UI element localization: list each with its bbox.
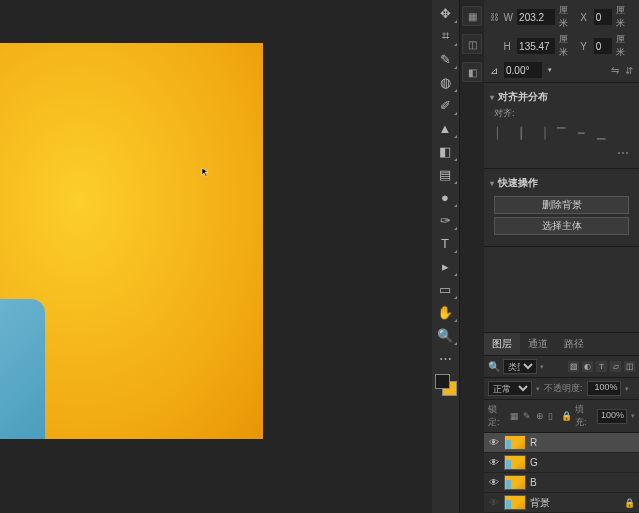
align-label: 对齐:: [490, 107, 633, 120]
collapsed-panel-dock: ▦ ◫ ◧: [460, 0, 484, 513]
pen-tool[interactable]: ✑: [432, 209, 458, 231]
align-section: ▾ 对齐并分布 对齐: ▏ ┃ ▕ ▔ ━ ▁ ⋯: [484, 83, 639, 169]
opacity-label: 不透明度:: [544, 382, 583, 395]
visibility-toggle-icon[interactable]: 👁: [488, 497, 500, 508]
select-subject-button[interactable]: 选择主体: [494, 217, 630, 235]
remove-background-button[interactable]: 删除背景: [494, 196, 630, 214]
gradient-tool[interactable]: ▤: [432, 163, 458, 185]
x-input[interactable]: [594, 9, 612, 25]
blur-tool[interactable]: ●: [432, 186, 458, 208]
path-selection-tool[interactable]: ▸: [432, 255, 458, 277]
chevron-down-icon[interactable]: ▾: [548, 66, 552, 74]
layer-name[interactable]: 背景: [530, 496, 620, 510]
photo-subject: [0, 159, 50, 439]
tab-layers[interactable]: 图层: [484, 333, 520, 355]
zoom-tool[interactable]: 🔍: [432, 324, 458, 346]
panel-icon[interactable]: ◫: [462, 34, 482, 54]
panel-icon[interactable]: ◧: [462, 62, 482, 82]
align-top-icon[interactable]: ▔: [554, 126, 568, 140]
filter-shape-icon[interactable]: ▱: [610, 361, 621, 372]
y-input[interactable]: [594, 38, 612, 54]
layer-thumbnail[interactable]: [504, 475, 526, 490]
chevron-down-icon[interactable]: ▾: [490, 93, 494, 102]
eyedropper-tool[interactable]: ✎: [432, 48, 458, 70]
layer-name[interactable]: B: [530, 477, 635, 488]
clone-stamp-tool[interactable]: ▲: [432, 117, 458, 139]
visibility-toggle-icon[interactable]: 👁: [488, 437, 500, 448]
align-section-title: 对齐并分布: [498, 90, 548, 104]
x-label: X: [580, 12, 590, 23]
flip-horizontal-icon[interactable]: ⇋: [611, 65, 619, 76]
align-left-icon[interactable]: ▏: [494, 126, 508, 140]
shape-tool[interactable]: ▭: [432, 278, 458, 300]
layers-panel: 图层 通道 路径 🔍 类型 ▾ ▧ ◐ T ▱ ◫ 正常 ▾ 不透明度:: [484, 332, 639, 513]
filter-type-icon[interactable]: T: [596, 361, 607, 372]
align-vcenter-icon[interactable]: ━: [574, 126, 588, 140]
y-label: Y: [580, 41, 590, 52]
edit-toolbar[interactable]: ⋯: [432, 347, 458, 369]
flip-vertical-icon[interactable]: ⇵: [625, 65, 633, 76]
height-input[interactable]: [517, 38, 555, 54]
align-bottom-icon[interactable]: ▁: [594, 126, 608, 140]
link-wh-icon[interactable]: ⛓: [490, 12, 500, 22]
x-unit: 厘米: [616, 4, 633, 30]
layer-thumbnail[interactable]: [504, 435, 526, 450]
lock-icon[interactable]: 🔒: [561, 411, 571, 421]
fill-input[interactable]: 100%: [597, 409, 627, 424]
artboard[interactable]: [0, 43, 263, 439]
layer-list: 👁 R 👁 G 👁 B 👁 背景 �: [484, 433, 639, 513]
opacity-input[interactable]: 100%: [587, 381, 621, 396]
tab-paths[interactable]: 路径: [556, 333, 592, 355]
move-tool[interactable]: ✥: [432, 2, 458, 24]
width-input[interactable]: [517, 9, 555, 25]
fill-label: 填充:: [575, 403, 593, 429]
color-swatches[interactable]: [435, 374, 457, 396]
height-label: H: [504, 41, 514, 52]
layer-row[interactable]: 👁 背景 🔒: [484, 493, 639, 513]
layer-thumbnail[interactable]: [504, 495, 526, 510]
layer-row[interactable]: 👁 B: [484, 473, 639, 493]
foreground-color[interactable]: [435, 374, 450, 389]
lock-all-icon[interactable]: ▦: [510, 411, 519, 421]
visibility-toggle-icon[interactable]: 👁: [488, 457, 500, 468]
lock-position-icon[interactable]: ✎: [523, 411, 532, 421]
lock-nested-icon[interactable]: ▯: [548, 411, 557, 421]
filter-image-icon[interactable]: ▧: [568, 361, 579, 372]
angle-icon: ⊿: [490, 65, 498, 76]
properties-and-layers: ⛓ W 厘米 X 厘米 H 厘米 Y 厘米 ⊿ ▾ ⇋: [484, 0, 639, 513]
layer-name[interactable]: R: [530, 437, 635, 448]
move-cursor-icon: [201, 167, 213, 179]
y-unit: 厘米: [616, 33, 633, 59]
canvas-area[interactable]: [0, 0, 432, 513]
layer-name[interactable]: G: [530, 457, 635, 468]
align-hcenter-icon[interactable]: ┃: [514, 126, 528, 140]
search-icon[interactable]: 🔍: [488, 361, 500, 372]
filter-kind-select[interactable]: 类型: [503, 359, 537, 374]
align-right-icon[interactable]: ▕: [534, 126, 548, 140]
layer-thumbnail[interactable]: [504, 455, 526, 470]
tab-channels[interactable]: 通道: [520, 333, 556, 355]
width-unit: 厘米: [559, 4, 576, 30]
height-unit: 厘米: [559, 33, 576, 59]
filter-adjust-icon[interactable]: ◐: [582, 361, 593, 372]
layer-row[interactable]: 👁 R: [484, 433, 639, 453]
blend-mode-select[interactable]: 正常: [488, 381, 532, 396]
filter-smart-icon[interactable]: ◫: [624, 361, 635, 372]
lock-label: 锁定:: [488, 403, 506, 429]
layer-row[interactable]: 👁 G: [484, 453, 639, 473]
crop-tool[interactable]: ⌗: [432, 25, 458, 47]
type-tool[interactable]: T: [432, 232, 458, 254]
visibility-toggle-icon[interactable]: 👁: [488, 477, 500, 488]
more-options-icon[interactable]: ⋯: [490, 146, 633, 160]
eraser-tool[interactable]: ◧: [432, 140, 458, 162]
panel-icon[interactable]: ▦: [462, 6, 482, 26]
angle-input[interactable]: [504, 62, 542, 78]
chevron-down-icon[interactable]: ▾: [490, 179, 494, 188]
quick-actions-title: 快速操作: [498, 176, 538, 190]
healing-brush-tool[interactable]: ◍: [432, 71, 458, 93]
brush-tool[interactable]: ✐: [432, 94, 458, 116]
lock-icon: 🔒: [624, 498, 635, 508]
lock-image-icon[interactable]: ⊕: [536, 411, 545, 421]
hand-tool[interactable]: ✋: [432, 301, 458, 323]
quick-actions-section: ▾ 快速操作 删除背景 选择主体: [484, 169, 639, 247]
